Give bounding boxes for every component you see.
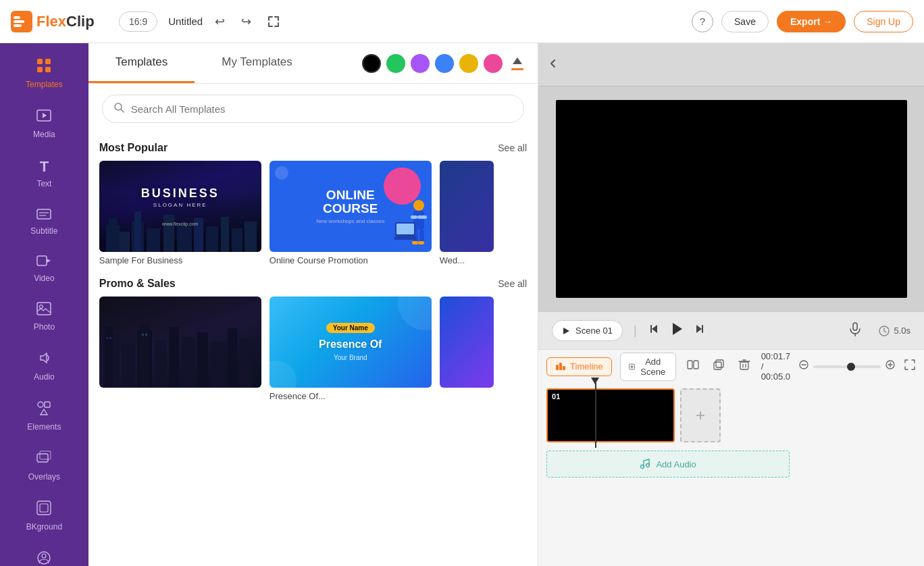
tab-templates[interactable]: Templates [88,43,195,83]
template-thumb-course: ONLINECOURSE New workshops and classes [270,161,432,252]
swatch-yellow[interactable] [459,54,478,73]
svg-point-25 [42,554,46,558]
sidebar-item-overlays[interactable]: Overlays [0,442,88,490]
playhead-marker [591,378,599,384]
svg-rect-64 [240,339,252,388]
timeline-tab[interactable]: Timeline [546,357,612,376]
most-popular-see-all[interactable]: See all [498,143,527,153]
skip-forward-button[interactable] [692,322,706,339]
svg-rect-49 [418,241,424,245]
main-layout: Templates Media T Text Subt [0,43,924,566]
signup-button[interactable]: Sign Up [854,11,913,32]
template-thumb-promo-blue: Your Name Presence Of Your Brand [270,297,432,388]
fullscreen-icon [267,16,280,28]
template-card-promo-dark[interactable] [99,297,261,401]
help-button[interactable]: ? [692,11,713,32]
svg-point-16 [40,305,43,309]
svg-rect-51 [396,224,414,234]
redo-button[interactable]: ↪ [237,10,255,33]
sidebar-item-media[interactable]: Media [0,100,88,147]
scene-duration: 5.0s [894,326,910,336]
template-label-business: Sample For Business [99,255,261,265]
template-card-promo-partial[interactable] [440,297,494,401]
aspect-ratio-button[interactable]: 16:9 [119,11,157,32]
swatch-purple[interactable] [411,54,430,73]
sidebar: Templates Media T Text Subt [0,43,88,566]
sidebar-item-text[interactable]: T Text [0,150,88,197]
promo-see-all[interactable]: See all [498,278,527,289]
most-popular-row: BUSINESS SLOGAN HERE www.flexclip.com Sa… [99,161,527,265]
play-scene-button[interactable]: Scene 01 [552,320,623,341]
export-button[interactable]: Export → [777,11,846,32]
svg-rect-58 [155,340,167,388]
sidebar-item-bkground[interactable]: BKground [0,492,88,540]
search-input[interactable] [131,103,513,115]
template-card-partial-1[interactable]: Wed... [440,161,494,265]
sidebar-item-photo[interactable]: Photo [0,294,88,340]
svg-rect-15 [37,303,51,315]
sidebar-label-bkground: BKground [26,522,62,532]
add-scene-button[interactable]: Add Scene [620,353,676,381]
sidebar-item-subtitle[interactable]: Subtitle [0,199,88,244]
template-card-business[interactable]: BUSINESS SLOGAN HERE www.flexclip.com Sa… [99,161,261,265]
flexclip-logo-icon [11,11,32,32]
skip-back-button[interactable] [648,322,661,339]
templates-icon [36,58,51,76]
zoom-in-button[interactable] [885,359,896,374]
save-button[interactable]: Save [721,11,769,32]
elements-icon [36,401,51,419]
svg-rect-62 [211,342,226,388]
sidebar-item-elements[interactable]: Elements [0,392,88,440]
time-counter: 00:01.7 / 00:05.0 [761,351,790,382]
sidebar-item-video[interactable]: Video [0,247,88,291]
timeline-label: Timeline [570,361,603,371]
playhead[interactable] [595,383,596,448]
svg-marker-69 [563,328,569,334]
zoom-out-button[interactable] [798,359,809,374]
promo-sales-title: Promo & Sales [99,278,176,290]
add-scene-track-button[interactable]: + [680,388,721,442]
fit-to-screen-button[interactable] [904,359,916,374]
microphone-button[interactable] [848,321,863,340]
svg-rect-65 [106,337,108,339]
fill-color-icon[interactable] [508,54,527,73]
swatch-black[interactable] [362,54,381,73]
sidebar-item-audio[interactable]: Audio [0,342,88,390]
svg-point-42 [413,200,424,211]
sidebar-item-templates[interactable]: Templates [0,50,88,97]
svg-rect-44 [411,215,417,219]
split-button[interactable] [684,356,702,377]
tab-my-templates[interactable]: My Templates [195,43,319,83]
swatch-blue[interactable] [435,54,454,73]
play-button[interactable] [669,321,684,340]
add-audio-bar[interactable]: Add Audio [546,451,790,478]
zoom-thumb [847,363,855,371]
template-card-course[interactable]: ONLINECOURSE New workshops and classes [270,161,432,265]
search-bar [102,95,524,123]
duplicate-button[interactable] [710,356,727,377]
collapse-panel-button[interactable] [544,54,563,76]
svg-rect-89 [716,360,723,367]
svg-rect-35 [163,215,174,252]
zoom-slider[interactable] [813,365,881,368]
svg-rect-81 [559,363,562,370]
svg-rect-7 [45,67,51,72]
svg-rect-36 [177,224,192,252]
svg-rect-5 [45,59,51,64]
swatch-pink[interactable] [484,54,503,73]
svg-rect-59 [169,327,179,388]
video-canvas[interactable] [556,100,907,298]
scene-thumb-01[interactable]: 01 [546,388,675,442]
sidebar-label-video: Video [34,274,54,283]
fullscreen-button[interactable] [263,11,284,32]
svg-rect-3 [14,24,22,27]
delete-button[interactable] [736,356,753,377]
sidebar-item-branding[interactable]: Branding [0,542,88,566]
undo-button[interactable]: ↩ [211,10,229,33]
swatch-green[interactable] [386,54,405,73]
svg-rect-38 [206,226,218,252]
sidebar-label-overlays: Overlays [28,472,60,482]
preview-area: Scene 01 | [538,43,924,566]
template-card-promo-blue[interactable]: Your Name Presence Of Your Brand Presenc… [270,297,432,401]
most-popular-title: Most Popular [99,142,168,154]
